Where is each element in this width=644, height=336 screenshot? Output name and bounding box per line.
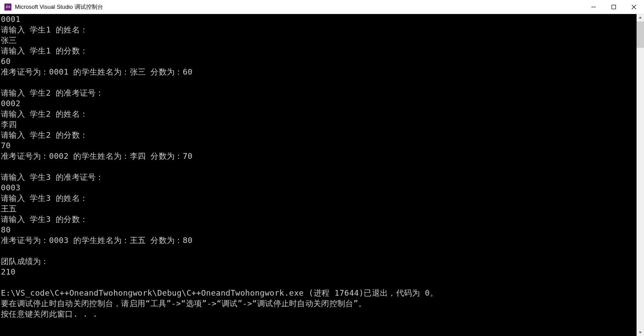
chevron-up-icon	[638, 16, 642, 20]
close-icon	[632, 5, 636, 9]
maximize-icon	[612, 5, 616, 9]
svg-rect-1	[612, 5, 616, 9]
svg-rect-0	[591, 7, 596, 7]
scroll-up-button[interactable]	[637, 14, 644, 21]
scroll-down-button[interactable]	[637, 329, 644, 336]
window-title: Microsoft Visual Studio 调试控制台	[15, 3, 583, 11]
maximize-button[interactable]	[604, 0, 624, 14]
console-output[interactable]: 0001 请输入 学生1 的姓名： 张三 请输入 学生1 的分数： 60 准考证…	[0, 14, 637, 336]
window-controls	[583, 0, 644, 14]
titlebar: C:\ Microsoft Visual Studio 调试控制台	[0, 0, 644, 14]
app-icon: C:\	[4, 4, 11, 11]
close-button[interactable]	[624, 0, 644, 14]
minimize-button[interactable]	[583, 0, 604, 14]
scrollbar-thumb[interactable]	[637, 21, 644, 48]
minimize-icon	[591, 5, 596, 9]
chevron-down-icon	[638, 330, 642, 334]
vertical-scrollbar[interactable]	[637, 14, 644, 336]
console-area: 0001 请输入 学生1 的姓名： 张三 请输入 学生1 的分数： 60 准考证…	[0, 14, 644, 336]
scrollbar-track[interactable]	[637, 21, 644, 329]
